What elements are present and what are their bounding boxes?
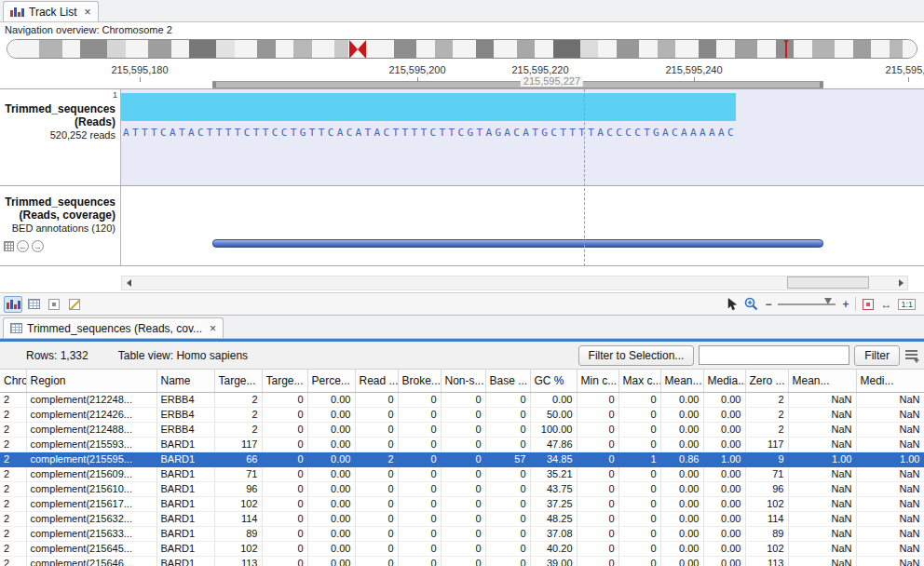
table-row[interactable]: 2complement(212426...ERBB4200.00000050.0… [0, 407, 924, 422]
view-toolbar: − + ↔ 1:1 [0, 292, 924, 315]
table-cell: 0 [577, 481, 618, 496]
table-row[interactable]: 2complement(215646...BARD111300.00000039… [0, 556, 924, 566]
table-cell: 117 [214, 437, 262, 451]
zoom-in-icon[interactable] [744, 297, 758, 311]
chromosome-band [535, 40, 553, 58]
horizontal-scrollbar[interactable] [0, 274, 924, 292]
table-cell: BARD1 [156, 466, 214, 481]
annotation-table-icon[interactable] [4, 241, 14, 251]
visible-range-bar[interactable] [212, 81, 823, 88]
chromosome-ideogram[interactable] [7, 39, 917, 59]
zoom-selection-icon[interactable] [863, 299, 874, 310]
zoom-out-icon[interactable]: − [765, 298, 771, 311]
column-header[interactable]: Read ... [355, 370, 398, 392]
column-header[interactable]: Mean... [660, 370, 703, 392]
column-header[interactable]: Chro... [0, 370, 26, 392]
table-cell: 0 [441, 422, 485, 437]
table-cell: 0 [355, 437, 398, 451]
table-row[interactable]: 2complement(212248...ERBB4200.0000000.00… [0, 392, 924, 407]
split-view-icon [48, 299, 60, 310]
table-cell: 0 [618, 392, 660, 407]
split-view-button[interactable] [45, 296, 63, 313]
table-row[interactable]: 2complement(215593...BARD111700.00000047… [0, 437, 924, 451]
tab-table-view[interactable]: Trimmed_sequences (Reads, cov... × [3, 317, 224, 338]
column-header[interactable]: Max c... [618, 370, 660, 392]
one-to-one-zoom-icon[interactable]: 1:1 [898, 299, 916, 310]
coverage-table: Chro...RegionNameTarge...Targe...Perce..… [0, 370, 924, 566]
coverage-track-content[interactable] [121, 186, 924, 265]
table-cell: 2 [745, 422, 788, 437]
column-header[interactable]: GC % [530, 370, 577, 392]
scrollbar-thumb[interactable] [787, 276, 869, 289]
pointer-icon[interactable] [727, 298, 738, 311]
zoom-slider-handle[interactable] [824, 298, 832, 304]
table-row[interactable]: 2complement(215617...BARD110200.00000037… [0, 496, 924, 511]
table-cell: 0 [577, 466, 618, 481]
prev-annotation-icon[interactable]: ← [17, 240, 29, 252]
column-header[interactable]: Name [156, 370, 214, 392]
chromosome-band [334, 40, 348, 58]
filter-to-selection-button[interactable]: Filter to Selection... [578, 345, 695, 366]
read-coverage-bar[interactable] [121, 93, 736, 121]
table-cell: 57 [485, 451, 530, 466]
table-cell: 0.00 [307, 511, 355, 526]
toolbar-separator [855, 297, 856, 311]
column-header[interactable]: Targe... [214, 370, 262, 392]
column-header[interactable]: Base ... [485, 370, 530, 392]
table-cell: 0 [485, 407, 530, 422]
zoom-in-plus-icon[interactable]: + [842, 298, 849, 311]
table-cell: 0.00 [530, 392, 577, 407]
table-view-button[interactable] [24, 296, 43, 313]
column-header[interactable]: Non-s... [441, 370, 485, 392]
table-cell: 1.00 [856, 451, 924, 466]
zoom-slider[interactable] [778, 303, 836, 305]
table-row[interactable]: 2complement(215633...BARD18900.00000037.… [0, 526, 924, 541]
table-cell: 0.00 [307, 392, 355, 407]
table-tab-close-icon[interactable]: × [210, 322, 216, 335]
tab-close-icon[interactable]: × [85, 6, 91, 19]
table-row[interactable]: 2complement(215609...BARD17100.00000035.… [0, 466, 924, 481]
filter-button[interactable]: Filter [854, 345, 900, 366]
chromosome-band [62, 40, 81, 58]
column-header[interactable]: Targe... [262, 370, 307, 392]
column-header[interactable]: Min c... [577, 370, 618, 392]
column-header[interactable]: Mean... [788, 370, 856, 392]
table-cell: complement(215617... [26, 496, 156, 511]
edit-view-button[interactable] [65, 296, 84, 313]
table-cell: 2 [0, 481, 26, 496]
table-row[interactable]: 2complement(215595...BARD16600.002005734… [0, 451, 924, 466]
ruler-tick-mark [140, 77, 141, 82]
table-cell: 0.00 [307, 437, 355, 451]
column-header[interactable]: Perce... [307, 370, 355, 392]
bed-annotation-bar[interactable] [212, 239, 823, 248]
table-cell: 0 [441, 541, 485, 556]
scroll-right-icon[interactable] [899, 279, 904, 287]
reads-track-content[interactable]: ATTTCATACTTTTCTTCCTGTTCACATACTTTTCTTCGTA… [121, 89, 924, 185]
track-view-button[interactable] [4, 296, 22, 313]
table-cell: 0 [398, 422, 441, 437]
column-header[interactable]: Zero ... [745, 370, 788, 392]
table-cell: 2 [214, 392, 262, 407]
table-cell: NaN [856, 481, 924, 496]
column-header[interactable]: Medi... [856, 370, 924, 392]
fit-width-icon[interactable]: ↔ [880, 298, 891, 311]
table-row[interactable]: 2complement(212488...ERBB4200.000000100.… [0, 422, 924, 437]
scroll-left-icon[interactable] [127, 279, 131, 287]
table-row[interactable]: 2complement(215632...BARD111400.00000048… [0, 511, 924, 526]
table-cell: 0 [355, 496, 398, 511]
table-cell: NaN [856, 556, 924, 566]
table-cell: NaN [856, 496, 924, 511]
table-cell: 113 [214, 556, 262, 566]
column-header[interactable]: Media... [703, 370, 745, 392]
tab-track-list[interactable]: Track List × [3, 1, 99, 21]
chromosome-band [812, 40, 835, 58]
table-cell: 0 [577, 496, 618, 511]
next-annotation-icon[interactable]: → [32, 240, 44, 252]
column-header[interactable]: Region [26, 370, 156, 392]
table-row[interactable]: 2complement(215645...BARD110200.00000040… [0, 541, 924, 556]
column-header[interactable]: Broke... [398, 370, 441, 392]
table-cell: 0.00 [703, 466, 745, 481]
table-row[interactable]: 2complement(215610...BARD19600.00000043.… [0, 481, 924, 496]
filter-input[interactable] [699, 345, 849, 365]
filter-menu-icon[interactable] [904, 349, 918, 362]
